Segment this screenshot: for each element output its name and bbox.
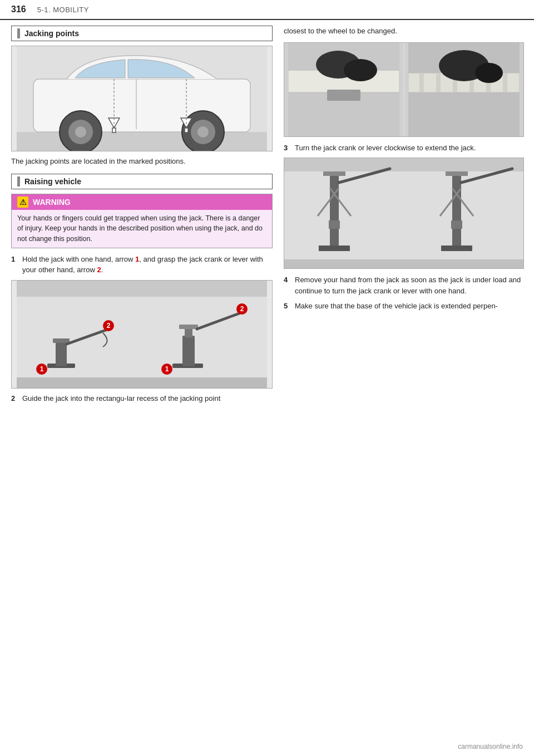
header-bar-icon	[17, 28, 20, 38]
svg-text:1: 1	[165, 365, 169, 373]
raising-vehicle-title: Raising vehicle	[24, 177, 81, 186]
svg-rect-48	[503, 73, 507, 92]
page-header: 316 5-1. MOBILITY	[0, 0, 534, 20]
svg-rect-56	[330, 229, 339, 246]
step-5-text: Make sure that the base of the vehicle j…	[295, 301, 524, 312]
svg-rect-43	[419, 73, 424, 92]
svg-rect-17	[17, 280, 267, 297]
car-jacking-svg	[17, 46, 267, 151]
step-1-text: Hold the jack with one hand, arrow 1, an…	[22, 254, 273, 276]
raising-diagram-1: 1 2	[11, 280, 273, 389]
svg-text:1: 1	[40, 365, 44, 373]
svg-point-5	[75, 126, 86, 138]
right-column: closest to the wheel to be changed.	[284, 26, 524, 408]
svg-rect-63	[451, 220, 462, 229]
jacking-points-title: Jacking points	[24, 29, 79, 38]
jacking-detail-pair	[284, 43, 523, 136]
warning-icon: ⚠	[17, 197, 28, 208]
right-caption-top: closest to the wheel to be changed.	[284, 26, 524, 37]
jacking-detail-right	[405, 43, 524, 136]
warning-title: WARNING	[33, 198, 71, 207]
warning-text: Your hands or fingers could get trapped …	[12, 210, 272, 248]
svg-rect-20	[53, 338, 70, 343]
raising-svg-1: 1 2	[17, 280, 267, 389]
raising-vehicle-header: Raising vehicle	[11, 174, 273, 189]
step-1-ref2: 2	[97, 266, 101, 274]
step-2-number: 2	[11, 393, 19, 404]
svg-rect-35	[17, 377, 267, 389]
step-1-number: 1	[11, 254, 19, 276]
warning-header: ⚠ WARNING	[12, 194, 272, 210]
jacking-detail-left-svg	[288, 42, 399, 137]
watermark-text: carmanualsonline.info	[458, 743, 523, 750]
svg-rect-1	[17, 132, 267, 151]
step-4: 4 Remove your hand from the jack as soon…	[284, 274, 524, 296]
footer-watermark: carmanualsonline.info	[458, 743, 523, 750]
svg-text:2: 2	[107, 322, 111, 330]
step-3-number: 3	[284, 143, 291, 154]
step-1: 1 Hold the jack with one hand, arrow 1, …	[11, 254, 273, 276]
svg-rect-55	[329, 220, 340, 229]
svg-rect-11	[112, 128, 116, 132]
jack-extended-diagram	[284, 158, 524, 269]
svg-rect-53	[323, 171, 345, 176]
header-bar-icon-2	[17, 176, 20, 186]
svg-rect-65	[441, 246, 472, 251]
step-4-number: 4	[284, 274, 291, 296]
jacking-points-diagram	[11, 46, 273, 151]
jacking-detail-right-svg	[408, 42, 520, 137]
page-number: 316	[11, 4, 26, 14]
svg-point-8	[197, 126, 209, 138]
svg-rect-57	[319, 246, 350, 251]
content-area: Jacking points	[0, 26, 534, 408]
step-1-ref1: 1	[135, 255, 139, 263]
page-chapter: 5-1. MOBILITY	[37, 6, 89, 14]
step-2: 2 Guide the jack into the rectangu-lar r…	[11, 393, 273, 404]
step-3: 3 Turn the jack crank or lever clockwise…	[284, 143, 524, 154]
svg-point-40	[344, 59, 377, 81]
svg-point-50	[475, 63, 503, 83]
svg-rect-52	[284, 158, 523, 171]
jacking-detail-diagram	[284, 42, 524, 137]
jacking-points-caption: The jacking points are located in the ma…	[11, 156, 273, 167]
left-column: Jacking points	[11, 26, 273, 408]
svg-rect-19	[56, 341, 67, 366]
warning-box: ⚠ WARNING Your hands or fingers could ge…	[11, 194, 273, 248]
step-2-text: Guide the jack into the rectangu-lar rec…	[22, 393, 273, 404]
svg-rect-61	[446, 171, 468, 176]
step-5: 5 Make sure that the base of the vehicle…	[284, 301, 524, 312]
jacking-points-header: Jacking points	[11, 26, 273, 41]
svg-rect-44	[436, 73, 441, 92]
step-4-text: Remove your hand from the jack as soon a…	[295, 274, 524, 296]
svg-rect-64	[452, 229, 461, 246]
step-5-number: 5	[284, 301, 291, 312]
jack-extended-svg	[284, 158, 523, 269]
svg-rect-38	[327, 90, 360, 101]
svg-rect-27	[182, 336, 195, 366]
svg-rect-29	[179, 325, 198, 329]
step-3-text: Turn the jack crank or lever clockwise t…	[295, 143, 524, 154]
svg-rect-69	[284, 259, 523, 269]
svg-rect-13	[185, 128, 188, 132]
jacking-detail-left	[284, 43, 403, 136]
svg-text:2: 2	[240, 305, 244, 313]
